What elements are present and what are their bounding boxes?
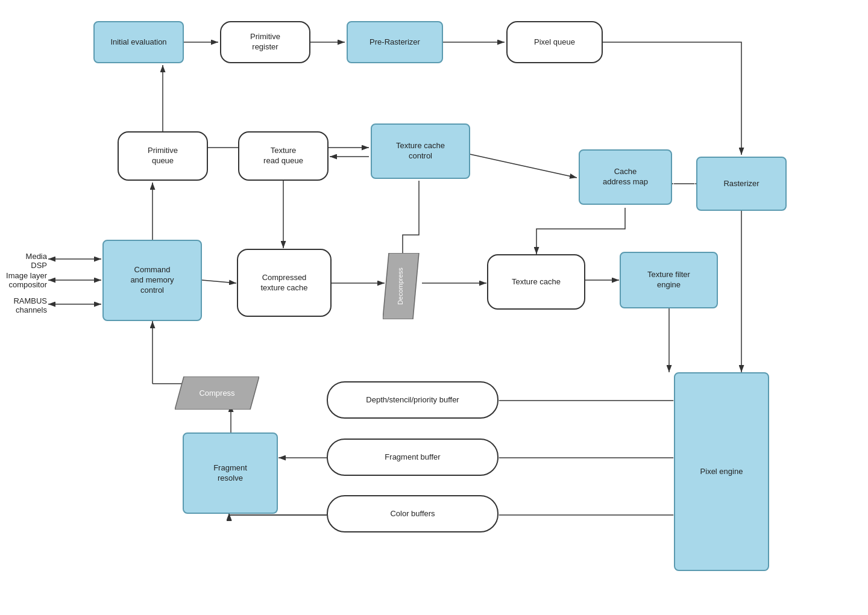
initial-evaluation-label: Initial evaluation xyxy=(110,37,166,48)
fragment-resolve-label: Fragmentresolve xyxy=(213,463,247,484)
pre-rasterizer-label: Pre-Rasterizer xyxy=(370,37,420,48)
media-dsp-label: MediaDSP xyxy=(9,252,47,270)
svg-line-8 xyxy=(467,154,577,178)
pixel-queue-block: Pixel queue xyxy=(506,21,603,63)
pixel-engine-label: Pixel engine xyxy=(700,467,743,477)
initial-evaluation-block: Initial evaluation xyxy=(93,21,184,63)
image-layer-compositor-label: Image layercompositor xyxy=(3,271,47,289)
fragment-resolve-block: Fragmentresolve xyxy=(183,432,278,514)
pre-rasterizer-block: Pre-Rasterizer xyxy=(347,21,443,63)
fragment-buffer-block: Fragment buffer xyxy=(327,439,498,476)
command-memory-control-label: Commandand memorycontrol xyxy=(130,265,174,296)
texture-cache-control-block: Texture cachecontrol xyxy=(371,123,470,179)
rasterizer-label: Rasterizer xyxy=(723,179,759,189)
decompress-shape: Decompress xyxy=(383,253,425,319)
color-buffers-block: Color buffers xyxy=(327,495,498,532)
cache-address-map-label: Cacheaddress map xyxy=(603,167,648,187)
compressed-texture-cache-label: Compressedtexture cache xyxy=(260,273,307,293)
texture-cache-block: Texture cache xyxy=(487,254,585,310)
rasterizer-block: Rasterizer xyxy=(696,157,787,211)
primitive-queue-label: Primitivequeue xyxy=(148,146,178,166)
depth-stencil-buffer-label: Depth/stencil/priority buffer xyxy=(366,395,459,405)
fragment-buffer-label: Fragment buffer xyxy=(385,452,440,463)
primitive-queue-block: Primitivequeue xyxy=(118,131,208,181)
color-buffers-label: Color buffers xyxy=(390,509,435,519)
command-memory-control-block: Commandand memorycontrol xyxy=(102,240,202,321)
primitive-register-block: Primitiveregister xyxy=(220,21,310,63)
texture-cache-control-label: Texture cachecontrol xyxy=(396,141,445,161)
texture-filter-engine-block: Texture filterengine xyxy=(620,252,718,308)
compress-shape: Compress xyxy=(175,376,259,410)
cache-address-map-block: Cacheaddress map xyxy=(579,149,672,205)
pixel-engine-block: Pixel engine xyxy=(674,372,769,571)
svg-line-11 xyxy=(202,280,236,283)
svg-text:Decompress: Decompress xyxy=(397,267,404,305)
texture-read-queue-label: Textureread queue xyxy=(263,146,303,166)
texture-filter-engine-label: Texture filterengine xyxy=(647,270,690,290)
compressed-texture-cache-block: Compressedtexture cache xyxy=(237,249,332,317)
depth-stencil-buffer-block: Depth/stencil/priority buffer xyxy=(327,381,498,419)
texture-cache-label: Texture cache xyxy=(512,277,561,287)
pixel-queue-label: Pixel queue xyxy=(534,37,575,48)
texture-read-queue-block: Textureread queue xyxy=(238,131,329,181)
diagram-container: Initial evaluation Primitiveregister Pre… xyxy=(0,0,868,615)
rambus-channels-label: RAMBUSchannels xyxy=(9,296,47,314)
primitive-register-label: Primitiveregister xyxy=(250,32,280,52)
svg-text:Compress: Compress xyxy=(199,389,235,398)
